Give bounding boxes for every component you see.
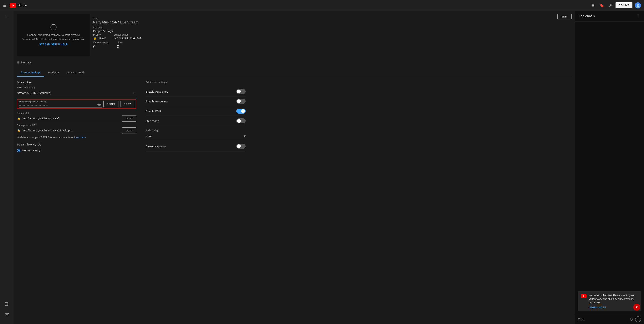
privacy-label: Privacy bbox=[93, 33, 106, 36]
likes-value: 0 bbox=[117, 44, 122, 49]
content-area: Connect streaming software to start prev… bbox=[14, 11, 575, 324]
dvr-row: Enable DVR bbox=[146, 106, 246, 116]
tab-stream-settings[interactable]: Stream settings bbox=[17, 69, 44, 77]
auto-start-row: Enable Auto-start bbox=[146, 87, 246, 96]
learn-more-chat-link[interactable]: LEARN MORE bbox=[589, 306, 606, 309]
rtmps-note: YouTube also supports RTMPS for secure c… bbox=[17, 136, 136, 139]
reset-button[interactable]: RESET bbox=[103, 101, 119, 107]
tab-stream-health[interactable]: Stream health bbox=[63, 69, 88, 77]
latency-help-icon[interactable]: ? bbox=[38, 143, 41, 146]
chat-welcome-card: Welcome to live chat! Remember to guard … bbox=[578, 291, 641, 311]
dvr-toggle[interactable] bbox=[236, 109, 246, 114]
stream-key-row: Stream key (paste in encoder) bbox=[17, 99, 136, 109]
chat-youtube-icon bbox=[581, 294, 586, 298]
loading-spinner bbox=[50, 24, 56, 30]
settings-left: Stream key Select stream key Stream 5 (R… bbox=[17, 81, 136, 153]
likes-label: Likes bbox=[117, 41, 122, 44]
delay-dropdown-value: None bbox=[146, 135, 152, 138]
auto-start-toggle[interactable] bbox=[236, 89, 246, 94]
latency-title-row: Stream latency ? bbox=[17, 143, 136, 146]
chat-add-button[interactable]: + bbox=[635, 316, 641, 322]
chat-chevron-down-icon: ▾ bbox=[594, 14, 595, 18]
stream-setup-link[interactable]: STREAM SETUP HELP bbox=[39, 43, 68, 46]
yt-studio-logo: Studio bbox=[10, 3, 27, 8]
lock-icon: 🔒 bbox=[93, 36, 96, 40]
tabs-bar: Stream settings Analytics Stream health bbox=[17, 69, 572, 77]
copy-url-button[interactable]: COPY bbox=[122, 115, 136, 122]
360-row: 360° video bbox=[146, 116, 246, 126]
stream-title: Party Music 24/7 Live Stream bbox=[93, 20, 572, 24]
studio-wordmark: Studio bbox=[18, 4, 27, 7]
auto-start-label: Enable Auto-start bbox=[146, 90, 168, 93]
sidebar-caption-icon[interactable] bbox=[2, 310, 12, 320]
select-key-label: Select stream key bbox=[17, 86, 136, 89]
stream-key-section-title: Stream key bbox=[17, 81, 136, 84]
copy-key-button[interactable]: COPY bbox=[120, 101, 134, 107]
create-icon[interactable]: ⊞ bbox=[590, 2, 596, 9]
hamburger-icon[interactable]: ☰ bbox=[3, 3, 6, 8]
captions-label: Closed captions bbox=[146, 145, 166, 148]
scheduled-value: Feb 3, 2024, 11:45 AM bbox=[114, 36, 141, 40]
preview-text-2: Viewers will be able to find your stream… bbox=[22, 38, 85, 40]
delay-dropdown-arrow-icon: ▾ bbox=[244, 134, 246, 138]
latency-option[interactable]: Normal latency bbox=[17, 148, 136, 153]
backup-url-row: 🔒 rtmp://b.rtmp.youtube.com/live2?backup… bbox=[17, 127, 136, 134]
svg-point-2 bbox=[636, 6, 640, 7]
heart-icon-button[interactable]: ♥ bbox=[633, 304, 640, 311]
chat-header-left[interactable]: Top chat ▾ bbox=[579, 14, 595, 18]
chat-header: Top chat ▾ ⋮ bbox=[575, 11, 644, 22]
go-live-button[interactable]: GO LIVE bbox=[616, 2, 632, 8]
likes-col: Likes 0 bbox=[117, 41, 122, 49]
select-key-wrapper: Stream 5 (RTMP, Variable) ▾ bbox=[17, 90, 136, 96]
stream-url-value: rtmp://a.rtmp.youtube.com/live2 bbox=[22, 117, 60, 120]
backup-url-input-wrapper: 🔒 rtmp://b.rtmp.youtube.com/live2?backup… bbox=[17, 128, 121, 133]
svg-marker-4 bbox=[8, 303, 9, 305]
url-lock-icon: 🔒 bbox=[17, 117, 20, 120]
captions-row: Closed captions bbox=[146, 142, 246, 151]
eye-slash-icon[interactable] bbox=[97, 103, 101, 107]
edit-button[interactable]: EDIT bbox=[558, 14, 572, 19]
latency-title: Stream latency bbox=[17, 143, 36, 146]
tab-analytics[interactable]: Analytics bbox=[44, 69, 63, 77]
stream-url-row: 🔒 rtmp://a.rtmp.youtube.com/live2 COPY bbox=[17, 115, 136, 122]
sidebar: ← bbox=[0, 11, 14, 324]
main-layout: ← Connect streaming software to start pr… bbox=[0, 11, 644, 324]
stream-category: People & Blogs bbox=[93, 29, 572, 33]
svg-rect-5 bbox=[5, 314, 9, 316]
captions-knob bbox=[237, 144, 241, 148]
stream-key-input[interactable] bbox=[19, 103, 102, 108]
back-button[interactable]: ← bbox=[2, 12, 12, 21]
backup-url-label: Backup server URL bbox=[17, 124, 136, 127]
copy-backup-button[interactable]: COPY bbox=[122, 127, 136, 134]
scheduled-col: Scheduled for Feb 3, 2024, 11:45 AM bbox=[114, 33, 141, 40]
share-icon[interactable]: ↗ bbox=[608, 2, 613, 9]
captions-toggle[interactable] bbox=[236, 144, 246, 149]
learn-more-link[interactable]: Learn more bbox=[74, 136, 86, 139]
additional-settings-title: Additional settings bbox=[146, 81, 246, 84]
chat-welcome-content: Welcome to live chat! Remember to guard … bbox=[589, 294, 638, 309]
viewers-col: Viewers waiting 0 bbox=[93, 41, 109, 49]
scheduled-label: Scheduled for bbox=[114, 33, 141, 36]
viewers-label: Viewers waiting bbox=[93, 41, 109, 44]
bookmark-icon[interactable]: 🔖 bbox=[598, 2, 605, 9]
latency-radio-inner bbox=[18, 150, 20, 152]
settings-row: Stream key Select stream key Stream 5 (R… bbox=[17, 81, 572, 153]
emoji-icon[interactable]: ☺ bbox=[629, 317, 634, 322]
content-scroll: Connect streaming software to start prev… bbox=[14, 11, 575, 324]
latency-radio[interactable] bbox=[17, 149, 20, 152]
sidebar-video-icon[interactable] bbox=[2, 299, 12, 309]
stream-key-select[interactable]: Stream 5 (RTMP, Variable) bbox=[17, 90, 136, 96]
chat-menu-icon[interactable]: ⋮ bbox=[636, 14, 640, 18]
auto-stop-row: Enable Auto-stop bbox=[146, 96, 246, 106]
chat-input-row: ☺ + ♥ bbox=[575, 314, 644, 324]
360-toggle[interactable] bbox=[236, 118, 246, 123]
chat-input[interactable] bbox=[578, 317, 628, 322]
settings-right: Additional settings Enable Auto-start En… bbox=[146, 81, 246, 153]
preview-text-1: Connect streaming software to start prev… bbox=[27, 33, 80, 36]
stream-info-panel: EDIT Title Party Music 24/7 Live Stream … bbox=[93, 14, 572, 56]
svg-marker-9 bbox=[583, 295, 584, 297]
auto-stop-toggle[interactable] bbox=[236, 99, 246, 104]
delay-dropdown[interactable]: None ▾ bbox=[146, 132, 246, 140]
youtube-icon bbox=[10, 3, 16, 8]
user-avatar[interactable] bbox=[635, 2, 641, 8]
